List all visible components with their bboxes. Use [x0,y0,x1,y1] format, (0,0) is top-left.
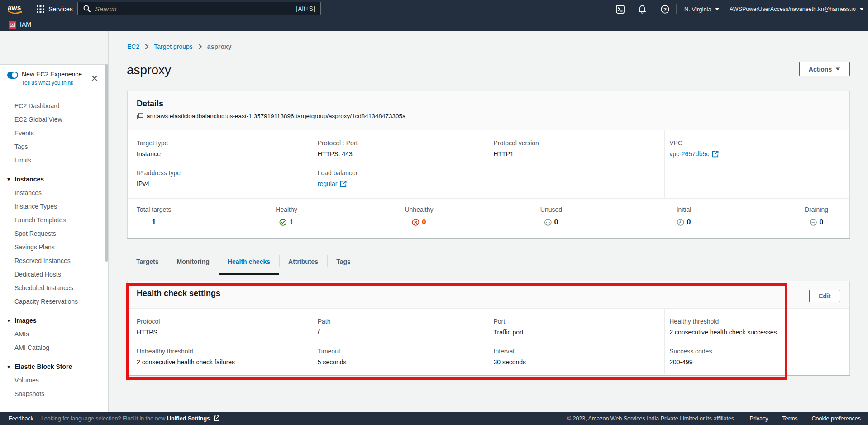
sidebar-scrollbar[interactable] [105,64,108,262]
tab-label: Tags [336,258,351,265]
tab-label: Health checks [228,258,270,265]
load-balancer-link[interactable]: regular [318,180,338,187]
sidebar-section-elastic-block-store[interactable]: ▼Elastic Block Store [0,360,108,373]
field-value: / [318,329,484,336]
terms-link[interactable]: Terms [782,415,798,422]
sidebar-item-instances[interactable]: Instances [0,186,108,200]
cloudshell-button[interactable] [610,0,631,18]
close-icon[interactable] [91,75,98,82]
help-question-icon: ? [661,5,669,14]
sidebar-item-dedicated-hosts[interactable]: Dedicated Hosts [0,267,108,281]
details-card: Details arn:aws:elasticloadbalancing:us-… [127,91,850,238]
sidebar-item-ec2-dashboard[interactable]: EC2 Dashboard [0,99,108,113]
sidebar-item-amis[interactable]: AMIs [0,327,108,341]
field-label: Protocol version [494,139,660,147]
sidebar-item-events[interactable]: Events [0,126,108,140]
field-timeout: Timeout5 seconds [318,348,484,366]
sidebar-item-reserved-instances[interactable]: Reserved Instances [0,254,108,267]
tab-bar-rule [127,276,850,276]
field-label: Interval [494,348,660,355]
sidebar-item-scheduled-instances[interactable]: Scheduled Instances [0,281,108,295]
field-column: VPCvpc-2657db5c [664,130,840,198]
field-interval: Interval30 seconds [494,348,660,366]
unified-settings-link[interactable]: Unified Settings [167,415,210,422]
edit-button-label: Edit [819,292,830,300]
field-value: regular [318,180,484,187]
privacy-link[interactable]: Privacy [750,415,768,422]
stat-unhealthy: Unhealthy0 [405,206,433,226]
sidebar-section-label: Images [14,317,36,324]
favorite-iam-shortcut[interactable]: IAM [9,18,31,31]
notifications-button[interactable] [631,0,653,18]
field-label: Target type [137,139,308,147]
sidebar-item-limits[interactable]: Limits [0,153,108,167]
field-value: 2 consecutive health check failures [137,358,308,366]
cloudshell-terminal-icon [616,5,625,14]
field-label: Timeout [318,348,484,355]
stat-label: Total targets [137,206,171,213]
vpc-link[interactable]: vpc-2657db5c [669,150,709,158]
breadcrumb-asproxy: asproxy [207,43,232,50]
stat-value: 1 [137,218,171,226]
health-check-card-header: Health check settings Edit [128,281,849,309]
details-card-header: Details arn:aws:elasticloadbalancing:us-… [128,91,849,130]
sidebar-item-snapshots[interactable]: Snapshots [0,387,108,401]
breadcrumb-ec2[interactable]: EC2 [127,43,139,50]
new-experience-title: New EC2 Experience [22,71,82,78]
sidebar-item-ec2-global-view[interactable]: EC2 Global View [0,113,108,126]
tab-attributes[interactable]: Attributes [279,254,327,275]
active-tab-indicator [219,273,279,275]
tell-us-link[interactable]: Tell us what you think [22,80,73,86]
cookie-preferences-link[interactable]: Cookie preferences [812,415,861,422]
sidebar-item-tags[interactable]: Tags [0,140,108,153]
actions-button[interactable]: Actions [799,62,850,76]
tab-tags[interactable]: Tags [327,254,360,275]
feedback-button[interactable]: Feedback [9,415,33,422]
breadcrumb-chevron-icon [145,44,148,49]
sidebar-item-spot-requests[interactable]: Spot Requests [0,227,108,240]
field-label: Protocol : Port [318,139,484,147]
details-heading: Details [137,99,840,109]
tab-label: Targets [136,258,159,265]
target-group-arn: arn:aws:elasticloadbalancing:us-east-1:3… [147,113,405,119]
svg-text:?: ? [663,6,666,12]
account-menu[interactable]: AWSPowerUserAccess/navaneeth.kn@harness.… [730,0,864,18]
external-link-icon [712,151,719,158]
section-collapse-arrow-icon: ▼ [6,172,11,186]
copy-icon[interactable] [137,113,143,119]
ellipsis-circle-icon [544,219,552,226]
sidebar-item-volumes[interactable]: Volumes [0,373,108,387]
breadcrumb-chevron-icon [198,44,202,49]
field-protocol-version: Protocol versionHTTP1 [494,139,660,158]
new-experience-toggle[interactable] [7,72,18,79]
field-label: Load balancer [318,169,484,177]
field-value: 2 consecutive health check successes [669,329,836,336]
edit-button[interactable]: Edit [809,290,840,302]
sidebar-item-launch-templates[interactable]: Launch Templates [0,213,108,227]
sidebar-item-instance-types[interactable]: Instance Types [0,200,108,213]
region-selector[interactable]: N. Virginia [684,0,720,18]
language-selection-note: Looking for language selection? Find it … [41,415,219,422]
field-path: Path/ [318,318,484,336]
target-status-summary: Total targets1Healthy1Unhealthy0Unused0I… [128,198,849,237]
sidebar-section-instances[interactable]: ▼Instances [0,172,108,186]
sidebar-section-images[interactable]: ▼Images [0,314,108,327]
top-nav-primary-row: aws Services Search [Alt+S] [0,0,868,18]
field-value: HTTPS: 443 [318,150,484,158]
sidebar-item-capacity-reservations[interactable]: Capacity Reservations [0,295,108,308]
field-label: Healthy threshold [669,318,836,325]
stat-healthy: Healthy1 [276,206,297,226]
sidebar-item-savings-plans[interactable]: Savings Plans [0,240,108,254]
field-column: Protocol versionHTTP1 [489,130,665,198]
tab-monitoring[interactable]: Monitoring [168,254,219,275]
field-column: Protocol : PortHTTPS: 443Load balancerre… [313,130,489,198]
language-note-text: Looking for language selection? Find it … [41,415,167,422]
help-button[interactable]: ? [653,0,676,18]
field-value: 30 seconds [494,358,660,366]
field-column: Healthy threshold2 consecutive health ch… [664,309,840,374]
sidebar-item-ami-catalog[interactable]: AMI Catalog [0,341,108,354]
tab-targets[interactable]: Targets [127,254,168,275]
breadcrumb-target-groups[interactable]: Target groups [154,43,193,50]
section-collapse-arrow-icon: ▼ [6,314,11,327]
tab-health-checks[interactable]: Health checks [219,254,279,275]
